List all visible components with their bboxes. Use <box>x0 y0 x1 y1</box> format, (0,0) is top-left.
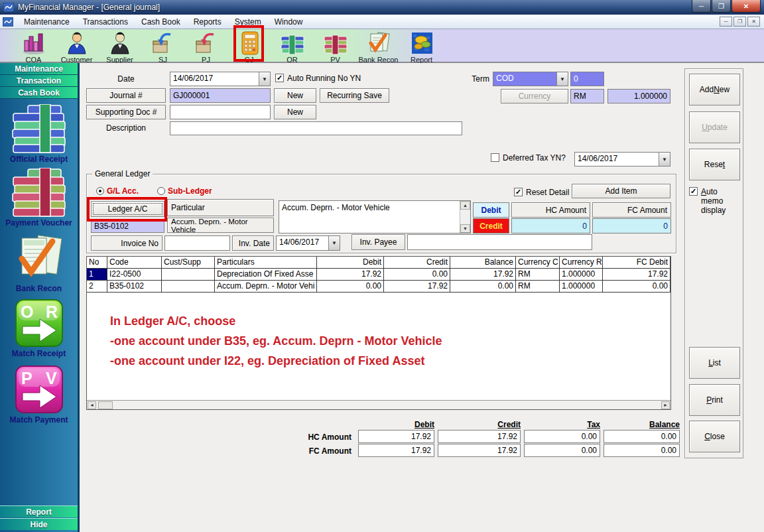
minimize-button[interactable]: ─ <box>692 0 711 13</box>
toolbar-customer[interactable]: Customer <box>55 29 98 62</box>
table-column-header[interactable]: Code <box>107 257 162 268</box>
toolbar-bank-recon[interactable]: Bank Recon <box>357 29 400 62</box>
table-cell[interactable]: 2 <box>87 281 107 292</box>
menu-maintenance[interactable]: Maintenance <box>17 15 76 29</box>
reset-button[interactable]: Reset <box>689 149 740 180</box>
chevron-down-icon[interactable]: ▼ <box>556 72 568 86</box>
scroll-down-icon[interactable]: ▼ <box>460 224 470 233</box>
toolbar-or[interactable]: OR <box>271 29 314 62</box>
table-cell[interactable]: Depreciation Of Fixed Asse <box>215 269 317 280</box>
table-cell[interactable]: 1 <box>87 269 107 280</box>
table-column-header[interactable]: Balance <box>450 257 516 268</box>
horizontal-scrollbar[interactable]: ◄ ► <box>87 400 670 409</box>
table-cell[interactable]: Accum. Deprn. - Motor Vehi <box>215 281 317 292</box>
mdi-restore-button[interactable]: ❐ <box>733 17 746 27</box>
journal-number-field[interactable]: GJ000001 <box>170 88 271 103</box>
toolbar-report[interactable]: Report <box>400 29 443 62</box>
add-new-button[interactable]: Add New <box>689 74 740 105</box>
menu-reports[interactable]: Reports <box>187 15 228 29</box>
sidebar-section-cash-book[interactable]: Cash Book <box>0 87 78 99</box>
toolbar-pj[interactable]: PJ <box>184 29 227 62</box>
menu-system[interactable]: System <box>228 15 268 29</box>
ledger-ac-button[interactable]: Ledger A/C <box>91 201 164 217</box>
table-cell[interactable]: 0.00 <box>450 281 516 292</box>
auto-running-checkbox[interactable]: ✓ Auto Running No YN <box>275 74 361 83</box>
table-column-header[interactable]: Currency R <box>560 257 603 268</box>
table-row[interactable]: 2B35-0102Accum. Deprn. - Motor Vehi0.001… <box>87 281 670 293</box>
date-combo[interactable]: 14/06/2017 ▼ <box>170 72 271 86</box>
mdi-minimize-button[interactable]: ─ <box>720 17 732 27</box>
inv-payee-field[interactable] <box>407 234 592 250</box>
table-cell[interactable] <box>162 281 215 292</box>
table-cell[interactable]: 1.000000 <box>560 281 603 292</box>
table-cell[interactable] <box>162 269 215 280</box>
recurring-save-button[interactable]: Recurring Save <box>320 88 389 103</box>
table-cell[interactable]: 0.00 <box>384 269 450 280</box>
table-row[interactable]: 1I22-0500Depreciation Of Fixed Asse17.92… <box>87 269 670 281</box>
checkbox-check-icon[interactable]: ✓ <box>689 187 698 196</box>
hc-amount-field[interactable]: 0 <box>511 218 590 233</box>
supporting-doc-field[interactable] <box>170 105 271 119</box>
sidebar-item-payment-voucher[interactable]: Payment Voucher <box>0 168 78 228</box>
account-code-field[interactable]: B35-0102 <box>91 219 164 233</box>
table-cell[interactable]: 0.00 <box>317 281 384 292</box>
chevron-down-icon[interactable]: ▼ <box>259 72 270 86</box>
inv-payee-button[interactable]: Inv. Payee <box>351 234 405 250</box>
credit-button[interactable]: Credit <box>473 218 509 233</box>
sidebar-item-official-receipt[interactable]: Official Receipt <box>0 104 78 164</box>
sub-ledger-radio[interactable] <box>157 187 165 195</box>
checkbox-empty[interactable] <box>491 153 499 162</box>
scroll-up-icon[interactable]: ▲ <box>460 201 470 210</box>
table-cell[interactable]: 1.000000 <box>560 269 603 280</box>
table-column-header[interactable]: Particulars <box>215 257 317 268</box>
term-days-field[interactable]: 0 <box>570 72 604 86</box>
currency-button[interactable]: Currency <box>501 89 568 103</box>
table-column-header[interactable]: Credit <box>384 257 450 268</box>
toolbar-pv[interactable]: PV <box>314 29 357 62</box>
table-column-header[interactable]: No <box>87 257 107 268</box>
menu-transactions[interactable]: Transactions <box>76 15 135 29</box>
sidebar-item-match-payment[interactable]: PV Match Payment <box>0 365 78 425</box>
currency-rate-field[interactable]: 1.000000 <box>607 89 670 103</box>
toolbar-coa[interactable]: COA <box>12 29 55 62</box>
sidebar-section-transaction[interactable]: Transaction <box>0 75 78 87</box>
inv-date-combo[interactable]: 14/06/2017 ▼ <box>276 235 340 251</box>
update-button[interactable]: Update <box>689 111 740 143</box>
add-item-button[interactable]: Add Item <box>572 184 670 198</box>
table-cell[interactable]: 17.92 <box>384 281 450 292</box>
sidebar-hide-button[interactable]: Hide <box>0 518 78 530</box>
toolbar-gj[interactable]: GJ <box>227 29 271 62</box>
fc-amount-field[interactable]: 0 <box>592 218 671 233</box>
table-column-header[interactable]: Currency C <box>516 257 560 268</box>
menu-cash-book[interactable]: Cash Book <box>135 15 187 29</box>
menu-window[interactable]: Window <box>268 15 310 29</box>
print-button[interactable]: Print <box>689 384 740 416</box>
journal-new-button[interactable]: New <box>274 88 316 103</box>
toolbar-supplier[interactable]: Supplier <box>98 29 141 62</box>
table-cell[interactable]: 0.00 <box>603 281 670 292</box>
chevron-down-icon[interactable]: ▼ <box>659 153 670 166</box>
sidebar-report-button[interactable]: Report <box>0 505 78 517</box>
mdi-close-button[interactable]: ✕ <box>747 17 760 27</box>
account-list-item[interactable]: Accum. Deprn. - Motor Vehicle <box>282 203 390 212</box>
description-field[interactable] <box>170 121 462 135</box>
checkbox-check-icon[interactable]: ✓ <box>514 188 523 196</box>
gl-acc-radio[interactable] <box>96 187 104 195</box>
scroll-right-icon[interactable]: ► <box>661 401 670 409</box>
account-listbox[interactable]: Accum. Deprn. - Motor Vehicle ▲ ▼ <box>279 200 471 233</box>
checkbox-check-icon[interactable]: ✓ <box>275 74 284 82</box>
table-cell[interactable]: RM <box>516 281 560 292</box>
chevron-down-icon[interactable]: ▼ <box>328 236 340 250</box>
table-column-header[interactable]: Cust/Supp <box>162 257 215 268</box>
close-journal-button[interactable]: Close <box>689 421 740 452</box>
supporting-doc-new-button[interactable]: New <box>274 105 316 119</box>
sidebar-section-maintenance[interactable]: Maintenance <box>0 63 78 75</box>
table-cell[interactable]: 17.92 <box>603 269 670 280</box>
invoice-no-field[interactable] <box>164 235 230 251</box>
table-cell[interactable]: 17.92 <box>317 269 384 280</box>
sub-ledger-radio-label[interactable]: Sub-Ledger <box>168 186 212 196</box>
sidebar-item-bank-recon[interactable]: Bank Recon <box>0 233 78 293</box>
listbox-scrollbar[interactable]: ▲ ▼ <box>460 201 470 233</box>
table-cell[interactable]: I22-0500 <box>107 269 162 280</box>
reset-detail-checkbox[interactable]: ✓ Reset Detail ? <box>514 188 576 197</box>
